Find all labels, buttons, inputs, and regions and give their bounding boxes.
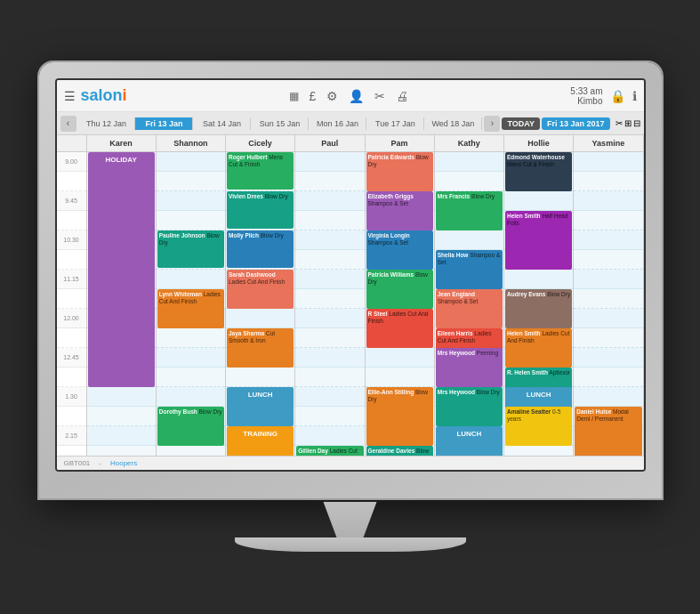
view-icon-2[interactable]: ⊞ xyxy=(624,118,632,128)
status-location: Hoopers xyxy=(110,459,137,467)
stylist-shannon: Shannon xyxy=(157,135,226,151)
time-12-00-half xyxy=(57,328,86,348)
time-display: 5:33 am Kimbo xyxy=(570,86,602,106)
time-10-30: 10.30 xyxy=(57,230,86,250)
appt-daniel-hulse-modal[interactable]: Daniel Hulse Modal Demi / Permanent xyxy=(575,407,641,456)
col-pam: Patricia Edwards Blow Dry Elizabeth Grig… xyxy=(366,152,435,456)
time-9-45: 9.45 xyxy=(57,191,86,211)
logo-dot: i xyxy=(123,86,127,104)
time-12-45-half xyxy=(57,368,86,387)
time-11-15: 11.15 xyxy=(57,270,86,289)
scissors-icon[interactable]: ✂ xyxy=(374,89,385,103)
cicely-training: TRAINING xyxy=(227,426,294,456)
calendar-area: Karen Shannon Cicely Paul Pam Kathy Holl… xyxy=(57,135,644,456)
kathy-lunch: LUNCH xyxy=(436,426,503,456)
monitor-base xyxy=(235,537,466,552)
monitor-neck xyxy=(306,502,395,537)
stylist-header: Karen Shannon Cicely Paul Pam Kathy Holl… xyxy=(57,135,644,152)
appt-edmond-waterhouse[interactable]: Edmond Waterhouse Mens Cut & Finish xyxy=(505,152,572,191)
appt-jean-england[interactable]: Jean England Shampoo & Set xyxy=(436,289,503,328)
app-logo: saloni xyxy=(81,86,127,105)
top-icons: ▦ £ ⚙ 👤 ✂ 🖨 xyxy=(136,89,562,103)
appt-mrs-francis[interactable]: Mrs Francis Blow Dry xyxy=(436,191,503,230)
stylist-pam: Pam xyxy=(366,135,435,151)
username: Kimbo xyxy=(570,96,602,106)
appt-dorothy-bush[interactable]: Dorothy Bush Blow Dry xyxy=(157,407,224,446)
status-ref: GBT001 xyxy=(64,459,91,467)
monitor-bezel: ☰ saloni ▦ £ ⚙ 👤 ✂ 🖨 5:33 am Kimbo � xyxy=(39,62,662,498)
time-1-30-half xyxy=(57,407,86,426)
col-paul: Gillien Day Ladies Cut And Finish Joyce … xyxy=(295,152,365,456)
date-tab-6[interactable]: Wed 18 Jan xyxy=(424,117,482,130)
appt-molly-pilch[interactable]: Molly Pilch Blow Dry xyxy=(227,230,294,268)
stylist-yasmine: Yasmine xyxy=(574,135,643,151)
pound-icon[interactable]: £ xyxy=(310,89,317,103)
status-separator: - xyxy=(99,459,101,467)
appt-audrey-evans[interactable]: Audrey Evans Blow Dry xyxy=(505,289,572,328)
time-9-00: 9.00 xyxy=(57,152,86,172)
appt-roger-hulbert[interactable]: Roger Hulbert Mens Cut & Finish xyxy=(227,152,294,190)
appt-shelia-how[interactable]: Shelia How Shampoo & Set xyxy=(436,250,503,289)
view-icon-3[interactable]: ⊟ xyxy=(633,118,640,128)
view-icon-1[interactable]: ✂ xyxy=(616,118,623,128)
appt-helen-smith-ladies[interactable]: Helen Smith Ladies Cut And Finish xyxy=(505,328,572,368)
appt-jaya-sharma[interactable]: Jaya Sharma Cut Smooth & Iron xyxy=(227,328,294,368)
time-11-15-half xyxy=(57,289,86,309)
appt-virginia-longin[interactable]: Virginia Longin Shampoo & Set xyxy=(366,230,433,270)
appt-geraldine-davies[interactable]: Geraldine Davies Blow Dry xyxy=(366,446,433,456)
printer-icon[interactable]: 🖨 xyxy=(396,89,408,103)
top-right: 5:33 am Kimbo 🔒 ℹ xyxy=(570,86,636,106)
appt-mrs-heywood-perming[interactable]: Mrs Heywood Perming xyxy=(436,348,503,387)
appt-helen-smith-halfhead[interactable]: Helen Smith Half Head Foils xyxy=(505,211,572,270)
appt-lynn-whiteman[interactable]: Lynn Whiteman Ladies Cut And Finish xyxy=(157,289,224,328)
monitor-screen: ☰ saloni ▦ £ ⚙ 👤 ✂ 🖨 5:33 am Kimbo � xyxy=(55,78,646,472)
time-value: 5:33 am xyxy=(570,86,602,96)
time-9-45-half xyxy=(57,211,86,230)
date-tab-0[interactable]: Thu 12 Jan xyxy=(78,117,136,130)
col-karen: HOLIDAY xyxy=(87,152,157,456)
col-hollie: Edmond Waterhouse Mens Cut & Finish Hele… xyxy=(504,152,574,456)
monitor-wrapper: ☰ saloni ▦ £ ⚙ 👤 ✂ 🖨 5:33 am Kimbo � xyxy=(39,62,662,552)
info-icon[interactable]: ℹ xyxy=(632,89,637,103)
next-button[interactable]: › xyxy=(484,116,500,132)
date-tab-4[interactable]: Mon 16 Jan xyxy=(309,117,366,130)
today-button[interactable]: TODAY xyxy=(502,117,540,130)
hamburger-icon[interactable]: ☰ xyxy=(64,89,76,103)
time-col: 9.00 9.45 10.30 11.15 12.00 12.45 1.30 xyxy=(57,152,87,456)
appt-r-steel[interactable]: R Steel Ladies Cut And Finish xyxy=(366,309,433,348)
time-2-15: 2.15 xyxy=(57,426,86,446)
stylist-paul: Paul xyxy=(295,135,365,151)
stylist-hollie: Hollie xyxy=(504,135,574,151)
appt-pauline-johnson[interactable]: Pauline Johnson Blow Dry xyxy=(157,230,224,268)
date-tab-2[interactable]: Sat 14 Jan xyxy=(193,117,251,130)
top-bar: ☰ saloni ▦ £ ⚙ 👤 ✂ 🖨 5:33 am Kimbo � xyxy=(57,80,644,112)
appt-gillien-day[interactable]: Gillien Day Ladies Cut And Finish xyxy=(296,446,363,456)
date-tab-1[interactable]: Fri 13 Jan xyxy=(135,117,193,130)
stylist-karen: Karen xyxy=(87,135,157,151)
time-12-45: 12.45 xyxy=(57,348,86,368)
time-9-half xyxy=(57,172,86,191)
appt-mrs-heywood-blow[interactable]: Mrs Heywood Blow Dry xyxy=(436,387,503,426)
status-bar: GBT001 - Hoopers xyxy=(57,456,644,470)
appt-patricia-williams[interactable]: Patricia Williams Blow Dry xyxy=(366,270,433,309)
karen-holiday[interactable]: HOLIDAY xyxy=(88,152,155,387)
appt-ellie-ann[interactable]: Ellie-Ann Stilling Blow Dry xyxy=(366,387,433,446)
date-tab-5[interactable]: Tue 17 Jan xyxy=(366,117,424,130)
appt-sarah-dashwood[interactable]: Sarah Dashwood Ladies Cut And Finish xyxy=(227,270,294,309)
stylist-kathy: Kathy xyxy=(435,135,504,151)
time-12-00: 12.00 xyxy=(57,309,86,328)
appt-elizabeth-griggs[interactable]: Elizabeth Griggs Shampoo & Set xyxy=(366,191,433,230)
date-tab-3[interactable]: Sun 15 Jan xyxy=(251,117,309,130)
appt-amaline-seatter[interactable]: Amaline Seatter 0-5 years xyxy=(505,407,572,446)
time-2-15-half xyxy=(57,446,86,456)
person-icon[interactable]: 👤 xyxy=(349,89,364,103)
appointments-icon[interactable]: ▦ xyxy=(289,90,299,102)
appt-patricia-edwards[interactable]: Patricia Edwards Blow Dry xyxy=(366,152,433,191)
fork-icon[interactable]: ⚙ xyxy=(326,89,338,103)
col-shannon: Pauline Johnson Blow Dry Lynn Whiteman L… xyxy=(157,152,226,456)
calendar-body: 9.00 9.45 10.30 11.15 12.00 12.45 1.30 xyxy=(57,152,644,456)
appt-vivien-drees[interactable]: Vivien Drees Blow Dry xyxy=(227,191,294,229)
lock-icon[interactable]: 🔒 xyxy=(610,89,625,103)
nav-bar: ‹ Thu 12 Jan Fri 13 Jan Sat 14 Jan Sun 1… xyxy=(57,112,644,135)
prev-button[interactable]: ‹ xyxy=(60,116,76,132)
